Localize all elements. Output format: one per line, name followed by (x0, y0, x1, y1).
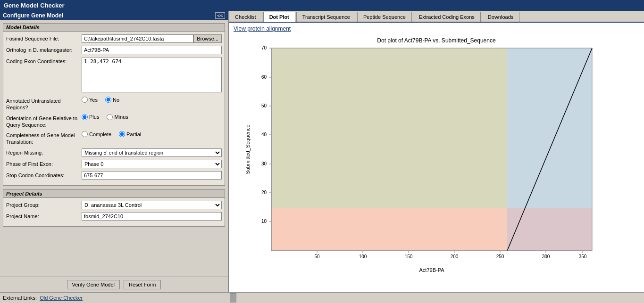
tabs-bar: Checklist Dot Plot Transcript Sequence P… (229, 11, 644, 23)
project-name-row: Project Name: (6, 212, 222, 221)
fosmid-input[interactable] (82, 34, 193, 43)
completeness-complete-label: Complete (89, 131, 111, 137)
app-title: Gene Model Checker (4, 2, 65, 9)
project-group-row: Project Group: D. ananassae 3L Control (6, 201, 222, 209)
phase-select-area: Phase 0Phase 1Phase 2 (82, 160, 222, 168)
project-details-section: Project Details Project Group: D. ananas… (3, 189, 225, 227)
project-group-label: Project Group: (6, 201, 82, 208)
completeness-row: Completeness of Gene Model Translation: … (6, 131, 222, 146)
region-missing-row: Region Missing: Missing 5' end of transl… (6, 148, 222, 157)
project-name-input[interactable] (82, 212, 222, 221)
orientation-radio-group: Plus Minus (82, 114, 222, 120)
completeness-complete-option[interactable]: Complete (82, 131, 111, 137)
project-group-select-area: D. ananassae 3L Control (82, 201, 222, 209)
stop-codon-input-area (82, 171, 222, 180)
y-label-20: 20 (261, 190, 267, 195)
dot-plot-area: Dot plot of Act79B-PA vs. Submitted_Sequ… (234, 34, 639, 284)
coding-exon-row: Coding Exon Coordinates: (6, 57, 222, 94)
utr-yes-radio[interactable] (82, 97, 88, 103)
utr-no-radio[interactable] (105, 97, 111, 103)
plot-region-blue-top (507, 48, 592, 208)
ortholog-label: Ortholog in D. melanogaster: (6, 46, 82, 53)
completeness-radio-area: Complete Partial (82, 131, 222, 137)
coding-exon-label: Coding Exon Coordinates: (6, 57, 82, 65)
model-details-section: Model Details Fosmid Sequence File: Brow… (3, 23, 225, 186)
x-label-100: 100 (359, 254, 367, 259)
utr-row: Annotated Untranslated Regions? Yes No (6, 97, 222, 111)
main-layout: Configure Gene Model << Model Details Fo… (0, 11, 644, 292)
reset-button[interactable]: Reset Form (124, 280, 161, 289)
y-label-30: 30 (261, 161, 267, 166)
utr-label: Annotated Untranslated Regions? (6, 97, 82, 111)
verify-button[interactable]: Verify Gene Model (67, 280, 120, 289)
view-protein-link[interactable]: View protein alignment (234, 25, 639, 32)
left-panel-footer: Verify Gene Model Reset Form (0, 277, 228, 292)
completeness-complete-radio[interactable] (82, 131, 88, 137)
scrollbar-thumb[interactable] (230, 293, 236, 303)
orientation-minus-radio[interactable] (107, 114, 113, 120)
ortholog-input-area (82, 46, 222, 54)
phase-row: Phase of First Exon: Phase 0Phase 1Phase… (6, 160, 222, 168)
coding-exon-input-area (82, 57, 222, 94)
old-gene-checker-link[interactable]: Old Gene Checker (40, 295, 83, 301)
orientation-row: Orientation of Gene Relative to Query Se… (6, 114, 222, 129)
region-missing-select-area: Missing 5' end of translated regionMissi… (82, 148, 222, 157)
region-missing-select[interactable]: Missing 5' end of translated regionMissi… (82, 148, 222, 157)
x-axis-label: Act79B-PA (419, 267, 445, 273)
fosmid-file-row: Browse... (82, 34, 222, 43)
tab-peptide-sequence[interactable]: Peptide Sequence (357, 12, 412, 22)
y-label-40: 40 (261, 132, 267, 137)
model-details-title: Model Details (3, 24, 225, 32)
project-group-select[interactable]: D. ananassae 3L Control (82, 201, 222, 209)
stop-codon-row: Stop Codon Coordinates: (6, 171, 222, 180)
completeness-partial-option[interactable]: Partial (119, 131, 141, 137)
completeness-partial-label: Partial (126, 131, 141, 137)
tab-transcript-sequence[interactable]: Transcript Sequence (296, 12, 356, 22)
phase-label: Phase of First Exon: (6, 160, 82, 167)
plot-region-mauve (507, 208, 592, 251)
left-panel: Configure Gene Model << Model Details Fo… (0, 11, 229, 292)
browse-button[interactable]: Browse... (193, 34, 222, 43)
external-links-label: External Links: (3, 295, 37, 301)
model-details-content: Fosmid Sequence File: Browse... Ortholog… (3, 32, 225, 185)
x-label-300: 300 (542, 254, 550, 259)
utr-no-label: No (113, 97, 119, 103)
bottom-bar: External Links: Old Gene Checker (0, 292, 644, 303)
fosmid-input-area: Browse... (82, 34, 222, 43)
orientation-minus-label: Minus (114, 114, 128, 120)
y-axis-label: Submitted_Sequence (245, 124, 251, 174)
project-details-title: Project Details (3, 190, 225, 198)
collapse-button[interactable]: << (215, 12, 225, 19)
tab-extracted-coding-exons[interactable]: Extracted Coding Exons (413, 12, 481, 22)
x-label-150: 150 (405, 254, 413, 259)
coding-exon-textarea[interactable] (82, 57, 222, 92)
orientation-plus-label: Plus (89, 114, 99, 120)
right-panel: Checklist Dot Plot Transcript Sequence P… (229, 11, 644, 292)
left-panel-header: Configure Gene Model << (0, 11, 228, 20)
utr-radio-group: Yes No (82, 97, 222, 103)
orientation-plus-option[interactable]: Plus (82, 114, 99, 120)
y-label-60: 60 (261, 74, 267, 80)
tab-downloads[interactable]: Downloads (482, 12, 519, 22)
tab-checklist[interactable]: Checklist (229, 12, 262, 22)
orientation-minus-option[interactable]: Minus (107, 114, 128, 120)
stop-codon-label: Stop Codon Coordinates: (6, 171, 82, 179)
right-panel-content: View protein alignment Dot plot of Act79… (229, 23, 644, 292)
stop-codon-input[interactable] (82, 171, 222, 180)
ortholog-input[interactable] (82, 46, 222, 54)
tab-dot-plot[interactable]: Dot Plot (263, 12, 295, 22)
ortholog-row: Ortholog in D. melanogaster: (6, 46, 222, 54)
left-panel-content: Model Details Fosmid Sequence File: Brow… (0, 20, 228, 277)
utr-yes-label: Yes (89, 97, 98, 103)
orientation-plus-radio[interactable] (82, 114, 88, 120)
x-label-200: 200 (451, 254, 459, 259)
utr-yes-option[interactable]: Yes (82, 97, 98, 103)
completeness-partial-radio[interactable] (119, 131, 125, 137)
x-label-350: 350 (579, 254, 587, 259)
project-name-input-area (82, 212, 222, 221)
plot-region-salmon (271, 208, 507, 251)
phase-select[interactable]: Phase 0Phase 1Phase 2 (82, 160, 222, 168)
dot-plot-svg: Dot plot of Act79B-PA vs. Submitted_Sequ… (243, 34, 630, 279)
utr-no-option[interactable]: No (105, 97, 119, 103)
x-label-50: 50 (314, 254, 320, 259)
